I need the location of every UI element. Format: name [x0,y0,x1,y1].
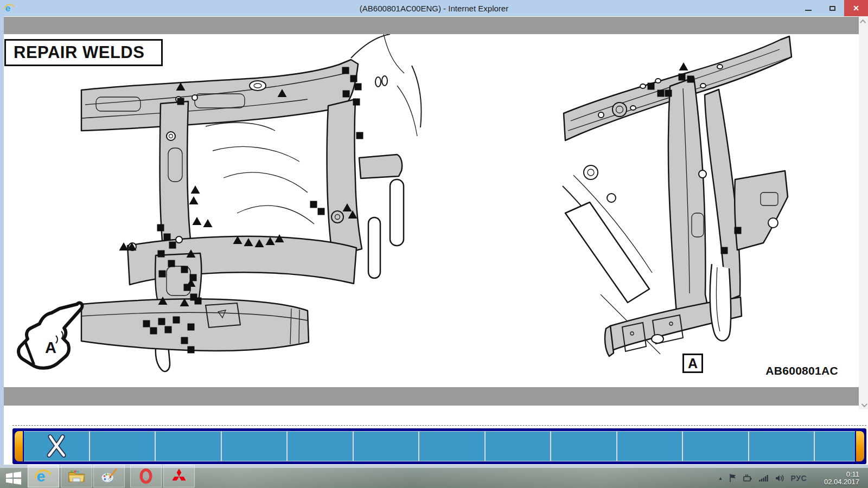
weld-toolbar [12,428,866,464]
browser-client-area: A [4,16,868,465]
detail-callout-a: A [682,354,703,373]
weld-toolbar-buttons [24,431,855,461]
taskbar: e [0,468,868,488]
page-title: REPAIR WELDS [4,39,163,66]
taskbar-paint[interactable] [93,465,125,487]
toolbar-button-6[interactable] [354,432,419,461]
vertical-scrollbar[interactable] [859,17,868,409]
minimize-button[interactable] [796,0,820,16]
tray-clock[interactable]: 0:11 02.04.2017 [814,471,859,486]
repair-welds-diagram: A [4,34,859,387]
volume-icon[interactable] [775,474,784,482]
minimize-icon [805,10,812,11]
network-signal-icon[interactable] [759,474,768,481]
power-battery-icon[interactable] [743,474,752,481]
figure-code: AB600801AC [761,364,838,377]
taskbar-file-explorer[interactable] [61,465,92,487]
chevron-up-icon [859,19,865,25]
paint-palette-icon [100,468,118,484]
tray-date: 02.04.2017 [814,478,859,486]
taskbar-opera[interactable] [130,465,162,487]
toolbar-button-7[interactable] [419,432,484,461]
toolbar-right-cap [856,431,864,461]
maximize-button[interactable] [820,0,844,16]
toolbar-left-cap [15,431,23,461]
toolbar-button-4[interactable] [222,432,287,461]
taskbar-apps: e [28,465,195,487]
chevron-down-icon [861,401,867,407]
toolbar-focus-outline [12,425,866,426]
tray-time: 0:11 [814,471,859,478]
document-footer-bar [4,387,859,406]
scroll-down-button[interactable] [859,400,868,409]
folder-icon [68,468,85,484]
document-content: A [4,34,859,387]
pointing-hand-icon: A [18,303,82,368]
toolbar-button-12[interactable] [749,432,814,461]
hidden-icons-button[interactable]: ▴ [719,475,722,481]
window-frame-left [0,16,4,465]
windows-logo-icon [5,471,22,485]
desktop: e (AB600801AC00ENG) - Internet Explorer … [0,0,868,488]
toolbar-button-11[interactable] [683,432,748,461]
taskbar-internet-explorer[interactable]: e [28,465,59,487]
browser-toolbar-empty [4,17,859,34]
opera-icon [138,467,154,485]
toolbar-button-9[interactable] [551,432,616,461]
toolbar-button-5[interactable] [288,432,353,461]
close-button[interactable]: ✕ [844,0,868,16]
maximize-icon [829,6,835,11]
taskbar-mitsubishi-asa[interactable] [163,465,195,487]
toolbar-button-13[interactable] [815,432,855,461]
system-tray: ▴ РУС 0:11 02.04.2017 [719,468,859,488]
mitsubishi-logo-icon [171,468,187,484]
window-title: (AB600801AC00ENG) - Internet Explorer [0,4,868,13]
toolbar-button-2[interactable] [90,432,155,461]
hand-callout-a: A [45,339,56,356]
internet-explorer-icon: e [35,467,52,485]
scroll-up-button[interactable] [859,17,868,26]
action-center-flag-icon[interactable] [729,474,736,482]
start-button[interactable] [4,470,23,486]
title-bar: e (AB600801AC00ENG) - Internet Explorer … [0,0,868,16]
toolbar-button-1[interactable] [24,432,89,461]
toolbar-button-10[interactable] [617,432,682,461]
right-figure [563,36,792,356]
language-indicator[interactable]: РУС [791,474,807,483]
toolbar-button-3[interactable] [156,432,221,461]
scissors-icon [45,434,68,459]
toolbar-button-8[interactable] [486,432,551,461]
